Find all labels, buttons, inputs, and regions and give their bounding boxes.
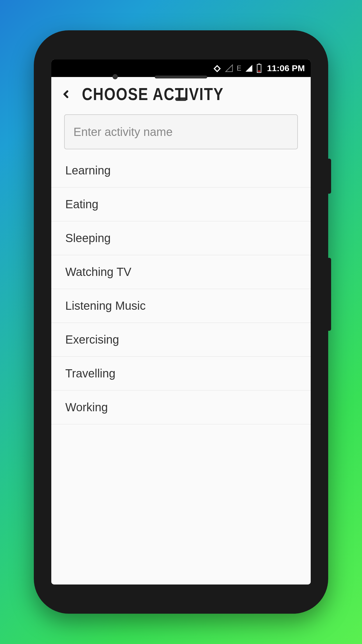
- activity-item-working[interactable]: Working: [51, 391, 311, 424]
- activity-name-input[interactable]: [64, 114, 298, 149]
- activity-list: Learning Eating Sleeping Watching TV Lis…: [51, 154, 311, 424]
- back-button[interactable]: [60, 88, 72, 100]
- status-time: 11:06 PM: [267, 63, 305, 73]
- phone-power-button: [328, 159, 331, 194]
- phone-frame: E 11:06 PM: [34, 30, 328, 614]
- battery-low-icon: [256, 64, 262, 73]
- status-bar: E 11:06 PM: [51, 60, 311, 77]
- app-content: CHOOSE ACTIVITY Learning Eating Sleeping…: [51, 77, 311, 584]
- signal-strong-icon: [245, 64, 253, 72]
- signal-weak-icon: [225, 64, 233, 72]
- activity-label: Eating: [65, 198, 98, 211]
- wifi-icon: [213, 64, 222, 73]
- page-title: CHOOSE ACTIVITY: [82, 84, 224, 104]
- header: CHOOSE ACTIVITY: [51, 77, 311, 108]
- activity-label: Travelling: [65, 367, 115, 380]
- activity-item-listening-music[interactable]: Listening Music: [51, 289, 311, 323]
- activity-item-watching-tv[interactable]: Watching TV: [51, 255, 311, 289]
- camera-dot: [113, 74, 118, 79]
- activity-item-eating[interactable]: Eating: [51, 188, 311, 221]
- activity-label: Watching TV: [65, 265, 131, 278]
- activity-label: Working: [65, 401, 108, 414]
- network-type-icon: E: [237, 64, 241, 72]
- activity-label: Sleeping: [65, 232, 111, 244]
- svg-rect-2: [258, 71, 260, 72]
- search-container: [51, 108, 311, 149]
- activity-item-learning[interactable]: Learning: [51, 154, 311, 188]
- screen: E 11:06 PM: [51, 60, 311, 584]
- phone-volume-button: [328, 258, 331, 331]
- activity-label: Listening Music: [65, 299, 146, 312]
- activity-item-exercising[interactable]: Exercising: [51, 323, 311, 357]
- activity-label: Exercising: [65, 333, 119, 346]
- activity-item-sleeping[interactable]: Sleeping: [51, 221, 311, 255]
- activity-label: Learning: [65, 164, 111, 177]
- activity-item-travelling[interactable]: Travelling: [51, 357, 311, 391]
